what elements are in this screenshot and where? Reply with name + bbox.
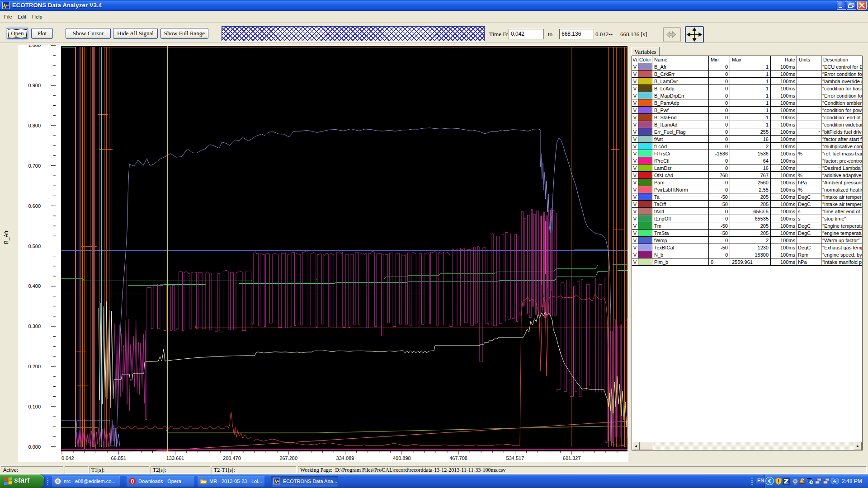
svg-text:0.042: 0.042	[61, 455, 74, 461]
svg-text:0.300: 0.300	[28, 324, 41, 329]
svg-text:0.600: 0.600	[28, 203, 41, 209]
svg-text:1.000: 1.000	[28, 43, 41, 48]
svg-text:334.089: 334.089	[336, 455, 354, 461]
svg-text:0.100: 0.100	[28, 404, 41, 409]
svg-text:0.500: 0.500	[28, 244, 41, 249]
svg-text:200.470: 200.470	[223, 455, 241, 461]
svg-text:0.400: 0.400	[28, 283, 41, 289]
svg-text:534.517: 534.517	[506, 455, 524, 461]
svg-text:66.851: 66.851	[111, 455, 126, 461]
svg-text:0.000: 0.000	[28, 444, 41, 450]
svg-text:400.898: 400.898	[393, 455, 411, 461]
svg-text:267.280: 267.280	[279, 455, 297, 461]
svg-text:0.900: 0.900	[28, 83, 41, 88]
svg-text:601.327: 601.327	[563, 455, 581, 461]
svg-text:0.800: 0.800	[28, 123, 41, 128]
svg-text:0.700: 0.700	[28, 163, 41, 169]
svg-text:133.661: 133.661	[166, 455, 184, 461]
svg-text:0.200: 0.200	[28, 364, 41, 369]
svg-text:467.708: 467.708	[449, 455, 467, 461]
